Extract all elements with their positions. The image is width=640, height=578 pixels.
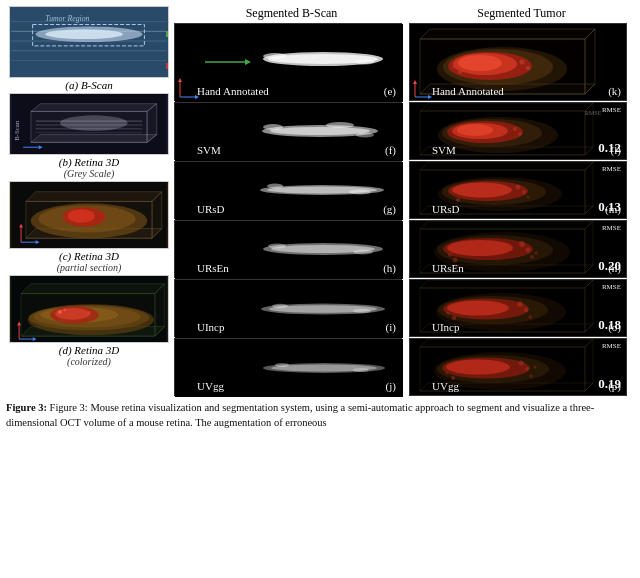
- bscan-h-image: (h) URsEn: [174, 220, 402, 278]
- svg-point-82: [353, 250, 373, 255]
- tumor-m-sublabel: URsD: [432, 203, 460, 215]
- svg-point-179: [445, 371, 448, 374]
- svg-text:RMSE: RMSE: [585, 110, 602, 116]
- scan-f-sublabel: SVM: [197, 144, 221, 156]
- retina-3d-grey-image: B-Scan: [9, 93, 169, 155]
- scan-i-label: (i): [386, 321, 396, 333]
- svg-point-71: [356, 133, 374, 138]
- bscan-j-image: (j) UVgg: [174, 338, 402, 396]
- tumor-o-image: (o) UIncp RMSE 0.18: [409, 279, 627, 337]
- svg-marker-140: [420, 221, 593, 229]
- svg-point-86: [272, 304, 288, 308]
- rmse-value-p: 0.19: [598, 376, 621, 392]
- svg-point-145: [447, 240, 513, 256]
- svg-point-151: [448, 253, 452, 257]
- mid-item-g: (g) URsD: [174, 161, 409, 219]
- mid-item-j: (j) UVgg: [174, 338, 409, 396]
- svg-marker-169: [420, 339, 593, 347]
- svg-marker-42: [155, 284, 165, 336]
- svg-point-87: [353, 309, 371, 313]
- tumor-l-image: RMSE (l) SVM RMSE 0.12: [409, 102, 627, 160]
- svg-point-69: [270, 127, 370, 135]
- tumor-k-sublabel: Hand Annotated: [432, 85, 504, 97]
- mid-header: Segmented B-Scan: [174, 6, 409, 21]
- rmse-value-o: 0.18: [598, 317, 621, 333]
- rmse-value-m: 0.13: [598, 199, 621, 215]
- mid-item-i: (i) UIncp: [174, 279, 409, 337]
- bscan-i-image: (i) UIncp: [174, 279, 402, 337]
- svg-point-6: [45, 29, 123, 39]
- svg-point-175: [518, 360, 523, 365]
- left-label-c: (c) Retina 3D: [59, 250, 119, 262]
- svg-marker-127: [420, 162, 593, 170]
- svg-text:Tumor Region: Tumor Region: [45, 14, 89, 23]
- svg-point-49: [58, 310, 62, 314]
- scan-h-label: (h): [383, 262, 396, 274]
- svg-marker-114: [420, 103, 593, 111]
- tumor-n-image: (n) URsEn RMSE 0.20: [409, 220, 627, 278]
- left-label-d: (d) Retina 3D: [59, 344, 119, 356]
- svg-point-164: [452, 316, 456, 320]
- rmse-label-o: RMSE: [602, 283, 621, 291]
- rmse-label-p: RMSE: [602, 342, 621, 350]
- mid-column: Segmented B-Scan: [174, 6, 409, 397]
- left-sublabel-d: (colorized): [67, 356, 111, 367]
- svg-point-65: [263, 53, 287, 59]
- caption-label: Figure 3:: [6, 402, 47, 413]
- svg-marker-11: [166, 60, 169, 72]
- retina-3d-colorized-image: [9, 275, 169, 343]
- svg-marker-15: [31, 104, 157, 112]
- svg-point-72: [326, 122, 354, 128]
- bscan-e-image: (e) Hand Annotated: [174, 23, 402, 101]
- svg-point-92: [353, 368, 369, 372]
- mid-item-h: (h) URsEn: [174, 220, 409, 278]
- left-item-d: (d) Retina 3D (colorized): [4, 275, 174, 367]
- rmse-value-l: 0.12: [598, 140, 621, 156]
- svg-point-162: [524, 308, 528, 312]
- svg-point-48: [55, 308, 90, 320]
- svg-point-134: [522, 190, 526, 194]
- svg-point-77: [349, 190, 371, 195]
- red-arrow-icon: [166, 60, 169, 72]
- left-item-a: Tumor Region (a) B-Scan: [4, 6, 174, 91]
- svg-point-135: [527, 196, 530, 199]
- scan-e-sublabel: Hand Annotated: [197, 85, 269, 97]
- svg-marker-41: [21, 284, 165, 294]
- rmse-label-m: RMSE: [602, 165, 621, 173]
- svg-point-104: [526, 66, 530, 70]
- svg-point-81: [268, 244, 286, 249]
- figure-container: Tumor Region (a) B-Scan: [0, 0, 640, 434]
- bscan-image: Tumor Region: [9, 6, 169, 78]
- left-label-b: (b) Retina 3D: [59, 156, 119, 168]
- left-item-c: (c) Retina 3D (partial section): [4, 181, 174, 273]
- svg-point-121: [513, 127, 517, 131]
- right-item-o: (o) UIncp RMSE 0.18: [409, 279, 634, 337]
- svg-point-102: [458, 55, 502, 71]
- left-column: Tumor Region (a) B-Scan: [4, 6, 174, 397]
- svg-text:B-Scan: B-Scan: [13, 120, 20, 141]
- svg-point-51: [87, 311, 91, 315]
- tumor-k-label: (k): [608, 85, 621, 97]
- figure-area: Tumor Region (a) B-Scan: [0, 0, 640, 397]
- scan-g-sublabel: URsD: [197, 203, 225, 215]
- scan-j-label: (j): [386, 380, 396, 392]
- mid-item-e: (e) Hand Annotated: [174, 23, 409, 101]
- svg-marker-155: [420, 280, 593, 288]
- svg-point-120: [457, 124, 493, 136]
- scan-j-sublabel: UVgg: [197, 380, 224, 392]
- scan-f-label: (f): [385, 144, 396, 156]
- svg-point-132: [452, 183, 512, 198]
- svg-point-105: [458, 70, 462, 74]
- svg-point-148: [530, 255, 534, 259]
- right-item-m: (m) URsD RMSE 0.13: [409, 161, 634, 219]
- left-item-b: B-Scan (b) Retina 3D (Grey Scale): [4, 93, 174, 179]
- rmse-label-l: RMSE: [602, 106, 621, 114]
- svg-point-180: [534, 366, 537, 369]
- left-sublabel-c: (partial section): [57, 262, 122, 273]
- right-item-l: RMSE (l) SVM RMSE 0.12: [409, 102, 634, 160]
- svg-point-21: [60, 115, 128, 130]
- svg-point-147: [526, 248, 531, 253]
- retina-3d-partial-image: [9, 181, 169, 249]
- svg-point-174: [446, 360, 510, 375]
- right-column: Segmented Tumor: [409, 6, 634, 397]
